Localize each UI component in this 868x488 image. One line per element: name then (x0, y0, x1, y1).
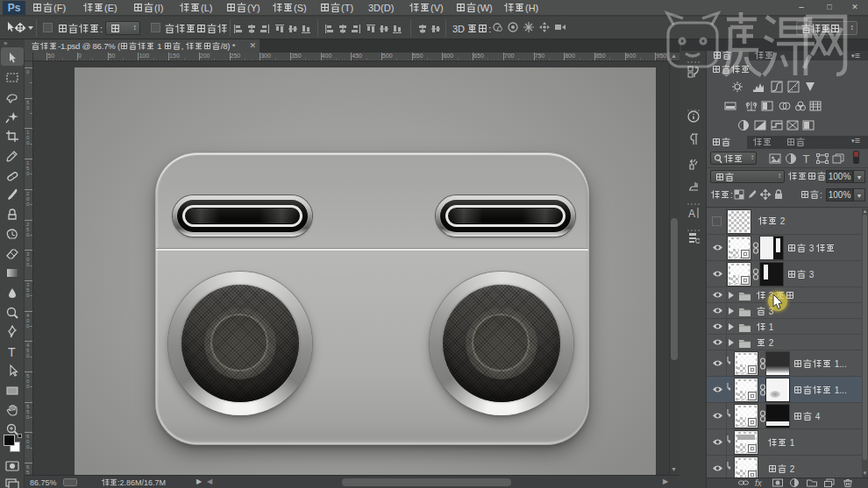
svg-text:T: T (8, 345, 16, 358)
svg-text:fx: fx (755, 478, 763, 487)
svg-text:T: T (803, 152, 810, 165)
svg-text:A: A (688, 208, 695, 219)
